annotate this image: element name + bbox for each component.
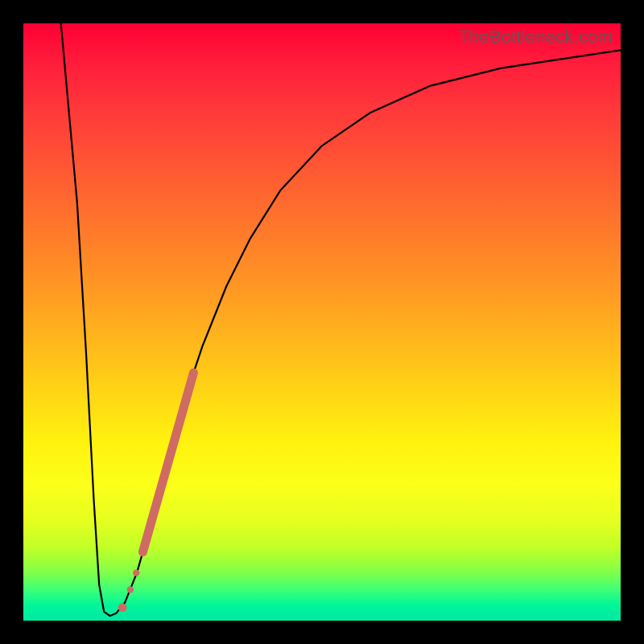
highlight-dot: [118, 603, 127, 612]
bottleneck-curve: [61, 23, 621, 616]
highlight-dots: [118, 569, 140, 612]
highlight-dot: [133, 569, 139, 576]
highlight-dot: [127, 586, 134, 592]
chart-svg: [23, 23, 621, 621]
chart-container: TheBottleneck.com: [0, 0, 644, 644]
highlight-segment: [142, 373, 193, 552]
plot-area: TheBottleneck.com: [23, 23, 621, 621]
